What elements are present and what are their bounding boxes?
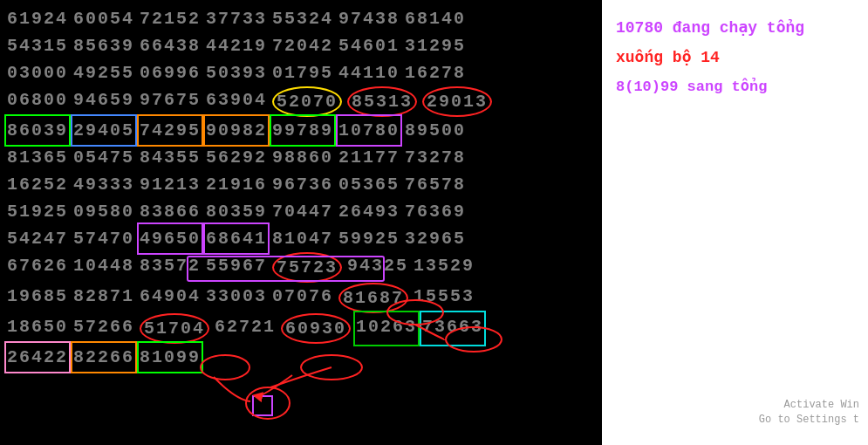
n10-5: 81687 [338,283,408,313]
n9-1: 10448 [73,252,134,283]
n11-4: 60930 [281,313,351,344]
n11-1: 57266 [73,313,134,344]
n0-1: 60054 [73,5,134,32]
number-row-6: 16252 49333 91213 21916 96736 05365 7657… [7,171,595,198]
n9-5: 94325 [347,252,408,283]
number-row-3: 06800 94659 97675 63904 52070 85313 2901… [7,86,595,117]
n1-0: 54315 [7,32,68,59]
watermark-line1: Activate Win [759,398,859,413]
n6-3: 21916 [206,171,267,198]
info-line-1: 10780 đang chạy tổng [616,17,854,37]
n7-5: 26493 [338,198,400,225]
info-line-3: 8(10)99 sang tổng [616,77,854,95]
n9-6: 13529 [413,252,475,283]
number-row-12: 26422 82266 81099 [7,344,595,371]
n12-0: 26422 [7,344,68,371]
n6-6: 76578 [405,171,466,198]
numbers-grid: 61924 60054 72152 37733 55324 97438 6814… [7,5,595,371]
n11-3: 62721 [215,313,276,344]
n2-0: 03000 [7,59,68,86]
n2-5: 44110 [338,59,400,86]
n3-2: 97675 [140,86,201,117]
n7-0: 51925 [7,198,68,225]
svg-point-6 [246,387,290,419]
n10-4: 07076 [272,283,333,313]
n12-5 [297,344,337,371]
n1-3: 44219 [206,32,267,59]
n12-4 [251,344,291,371]
n0-0: 61924 [7,5,68,32]
n7-4: 70447 [272,198,333,225]
n8-6: 32965 [405,225,466,252]
n3-0: 06800 [7,86,68,117]
n11-0: 18650 [7,313,68,344]
n8-4: 81047 [272,225,333,252]
info-line-2: xuống bộ 14 [616,47,854,66]
n7-3: 80359 [206,198,267,225]
n5-2: 84355 [140,144,201,171]
n3-5: 85313 [347,86,417,117]
n4-6: 89500 [405,117,466,144]
n8-1: 57470 [73,225,134,252]
n4-3: 90982 [206,117,267,144]
n6-4: 96736 [272,171,333,198]
n3-4: 52070 [272,86,342,117]
n0-5: 97438 [338,5,400,32]
number-row-2: 03000 49255 06996 50393 01795 44110 1627… [7,59,595,86]
n12-1: 82266 [73,344,134,371]
n0-3: 37733 [206,5,267,32]
n3-1: 94659 [73,86,134,117]
n5-1: 05475 [73,144,134,171]
number-row-7: 51925 09580 83866 80359 70447 26493 7636… [7,198,595,225]
n5-4: 98860 [272,144,333,171]
n9-2: 83572 [140,252,201,283]
n5-5: 21177 [338,144,400,171]
number-row-8: 54247 57470 49650 68641 81047 59925 3296… [7,225,595,252]
number-row-0: 61924 60054 72152 37733 55324 97438 6814… [7,5,595,32]
number-row-1: 54315 85639 66438 44219 72042 54601 3129… [7,32,595,59]
n1-1: 85639 [73,32,134,59]
n8-5: 59925 [338,225,400,252]
n0-6: 68140 [405,5,466,32]
activate-watermark: Activate Win Go to Settings t [759,398,859,428]
n9-0: 67626 [7,252,68,283]
n6-1: 49333 [73,171,134,198]
n1-2: 66438 [140,32,201,59]
n5-6: 73278 [405,144,466,171]
n2-3: 50393 [206,59,267,86]
n10-6: 15553 [413,283,475,313]
n7-1: 09580 [73,198,134,225]
n1-6: 31295 [405,32,466,59]
n10-1: 82871 [73,283,134,313]
n6-2: 91213 [140,171,201,198]
n1-4: 72042 [272,32,333,59]
number-row-9: 67626 10448 83572 55967 75723 94325 1352… [7,252,595,283]
n0-2: 72152 [140,5,201,32]
n9-3: 55967 [206,252,267,283]
n6-0: 16252 [7,171,68,198]
n10-3: 33003 [206,283,267,313]
n2-6: 16278 [405,59,466,86]
n9-4: 75723 [272,252,342,283]
n7-6: 76369 [405,198,466,225]
watermark-line2: Go to Settings t [759,413,859,428]
n5-3: 56292 [206,144,267,171]
n11-6: 73663 [422,313,483,344]
number-row-5: 81365 05475 84355 56292 98860 21177 7327… [7,144,595,171]
n4-1: 29405 [73,117,134,144]
n12-2: 81099 [140,344,201,371]
n8-3: 68641 [206,225,267,252]
n2-4: 01795 [272,59,333,86]
n2-1: 49255 [73,59,134,86]
n10-2: 64904 [140,283,201,313]
number-row-10: 19685 82871 64904 33003 07076 81687 1555… [7,283,595,313]
n4-2: 74295 [140,117,201,144]
n12-6 [342,344,382,371]
n5-0: 81365 [7,144,68,171]
main-container: 61924 60054 72152 37733 55324 97438 6814… [0,0,868,445]
info-panel: 10780 đang chạy tổng xuống bộ 14 8(10)99… [602,0,868,445]
n3-6: 29013 [422,86,492,117]
n4-4: 99789 [272,117,333,144]
n6-5: 05365 [338,171,400,198]
n11-5: 10263 [356,313,417,344]
